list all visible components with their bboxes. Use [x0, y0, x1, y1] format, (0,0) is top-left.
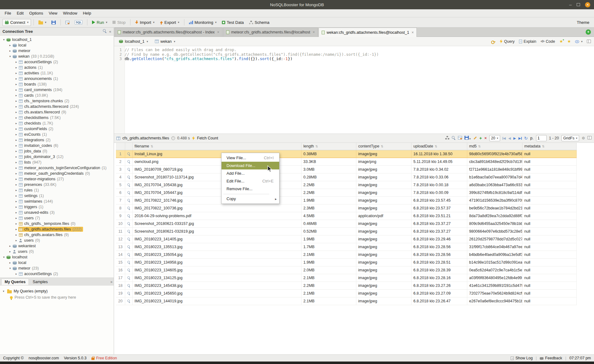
cell-length[interactable]: 1.9MB: [301, 259, 356, 266]
tree-expand-arrow[interactable]: [14, 83, 18, 86]
tree-item[interactable]: cards (10.8K): [0, 93, 114, 98]
save-results-button[interactable]: [464, 136, 471, 141]
tab-samples[interactable]: Samples: [29, 279, 51, 285]
row-preview-cell[interactable]: [125, 290, 133, 297]
cell-metadata[interactable]: null: [522, 297, 577, 305]
cell-filename[interactable]: IMG_20170822_100736.jpg: [133, 204, 301, 212]
tree-item[interactable]: cfs._tempstore.chunks (2): [0, 98, 114, 104]
import-button[interactable]: Import: [133, 19, 156, 26]
tree-item[interactable]: boards (138): [0, 81, 114, 87]
cell-filename[interactable]: IMG_20180223_144019.jpg: [133, 297, 301, 305]
row-preview-cell[interactable]: [125, 189, 133, 197]
cell-md5[interactable]: 41e61c341259b891f281c5d47f0: [467, 282, 522, 290]
tree-item[interactable]: meteor_accounts_loginServiceConfiguratio…: [0, 165, 114, 171]
tree-expand-arrow[interactable]: [8, 55, 12, 58]
cell-contentType[interactable]: image/jpeg: [356, 243, 411, 251]
cell-uploadDate[interactable]: 6.8.2018 klo 23.51.21: [411, 212, 467, 220]
tree-expand-arrow[interactable]: [14, 222, 18, 225]
cell-metadata[interactable]: null: [522, 220, 577, 228]
menu-item[interactable]: Help: [80, 9, 94, 17]
my-queries-root[interactable]: My Queries (empty): [2, 288, 112, 294]
tree-expand-arrow[interactable]: [14, 99, 18, 103]
sidebar-expand-button[interactable]: »: [110, 280, 112, 284]
cell-contentType[interactable]: application/pdf: [356, 212, 411, 220]
connect-button[interactable]: Connect: [2, 19, 31, 26]
cell-length[interactable]: 1.9MB: [301, 235, 356, 243]
table-row[interactable]: 19 IMG_20180223_145650.jpg 2.1MB image/j…: [116, 290, 577, 297]
cell-uploadDate[interactable]: 6.8.2018 klo 23.28.39: [411, 266, 467, 274]
tree-expand-arrow[interactable]: [14, 189, 18, 192]
cell-uploadDate[interactable]: 6.8.2018 klo 23.28.51: [411, 259, 467, 266]
tree-expand-arrow[interactable]: [14, 133, 18, 136]
cell-md5[interactable]: 9800664e097e6cbbd573c28e5d: [467, 228, 522, 235]
cell-filename[interactable]: IMG_20180223_134125.jpg: [133, 274, 301, 282]
cell-metadata[interactable]: null: [522, 266, 577, 274]
tree-expand-arrow[interactable]: [8, 250, 12, 253]
tree-expand-arrow[interactable]: [14, 127, 18, 130]
cell-uploadDate[interactable]: 6.8.2018 klo 23.37.27: [411, 220, 467, 228]
cell-metadata[interactable]: null: [522, 197, 577, 204]
tree-expand-arrow[interactable]: [14, 178, 18, 181]
tree-expand-arrow[interactable]: [14, 66, 18, 69]
next-page-button[interactable]: ▶: [513, 136, 516, 140]
cell-uploadDate[interactable]: 6.8.2018 klo 23.37.27: [411, 228, 467, 235]
layout-button[interactable]: [587, 40, 591, 43]
cell-md5[interactable]: b4bdb6e4faed0a909ba13e5df30: [467, 251, 522, 259]
tree-item[interactable]: actions (1): [0, 65, 114, 70]
tab-close-icon[interactable]: ×: [313, 30, 315, 34]
tree-item[interactable]: cfs.avatars.filerecord (9): [0, 109, 114, 115]
prev-page-button[interactable]: ◀: [508, 136, 511, 140]
query-button[interactable]: Query: [500, 39, 515, 44]
tree-item[interactable]: jobs_data (0): [0, 148, 114, 154]
tree-expand-arrow[interactable]: [14, 94, 18, 97]
tree-item[interactable]: unsaved-edits (3): [0, 210, 114, 215]
tree-search-button[interactable]: [103, 29, 107, 34]
cell-uploadDate[interactable]: 7.8.2018 klo 0.00.09: [411, 189, 467, 197]
cell-uploadDate[interactable]: 6.8.2018 klo 23.28.56: [411, 251, 467, 259]
tree-expand-arrow[interactable]: [14, 111, 18, 114]
table-row[interactable]: 12 IMG_20180223_141405.jpg 1.9MB image/j…: [116, 235, 577, 243]
table-row[interactable]: 18 IMG_20180223_145438.jpg 2.2MB image/j…: [116, 282, 577, 290]
tree-item[interactable]: integrations (2): [0, 137, 114, 143]
tree-item[interactable]: accountSettings (2): [0, 271, 114, 277]
cell-md5[interactable]: 0ea5c62d4a072c9e7ca4b1c5eff: [467, 266, 522, 274]
tree-item[interactable]: presences (33.6K): [0, 182, 114, 187]
cell-metadata[interactable]: null: [522, 150, 577, 158]
tree-expand-arrow[interactable]: [14, 211, 18, 214]
cell-length[interactable]: 1.9MB: [301, 197, 356, 204]
hierarchy-view-button[interactable]: [445, 136, 449, 140]
cell-length[interactable]: 2.2MB: [301, 282, 356, 290]
page-size-select[interactable]: 20: [489, 135, 500, 141]
cell-uploadDate[interactable]: 7.8.2018 klo 0.34.02: [411, 166, 467, 173]
cell-uploadDate[interactable]: 5.11.2018 klo 14.49.05: [411, 158, 467, 166]
tree-item[interactable]: cfs.attachments.filerecord (224): [0, 104, 114, 109]
cell-contentType[interactable]: image/jpeg: [356, 251, 411, 259]
cell-metadata[interactable]: null: [522, 251, 577, 259]
cell-md5[interactable]: b1e6bac0a0d7eea800790a7d47: [467, 173, 522, 181]
cell-contentType[interactable]: image/png: [356, 158, 411, 166]
table-row[interactable]: 4 Screenshot_20180710-113714.jpg 0.28MB …: [116, 173, 577, 181]
cell-metadata[interactable]: null: [522, 181, 577, 189]
last-page-button[interactable]: ▶: [518, 136, 521, 140]
cell-metadata[interactable]: null: [522, 282, 577, 290]
cell-metadata[interactable]: null: [522, 259, 577, 266]
tree-expand-arrow[interactable]: [14, 233, 18, 236]
context-menu-item[interactable]: Remove File...: [222, 185, 279, 193]
tree-expand-arrow[interactable]: [14, 200, 18, 203]
cell-uploadDate[interactable]: 6.8.2018 klo 23.27.26: [411, 282, 467, 290]
cell-metadata[interactable]: null: [522, 274, 577, 282]
tree-item[interactable]: checklists (1.7K): [0, 121, 114, 126]
editor-tab[interactable]: meteor:cfs_gridfs.attachments.files@loca…: [223, 28, 318, 37]
cell-md5[interactable]: a03f99f836480495e12fdb4e991: [467, 274, 522, 282]
cell-contentType[interactable]: image/jpeg: [356, 166, 411, 173]
feedback-button[interactable]: Feedback: [540, 356, 562, 360]
menu-item[interactable]: Options: [26, 9, 46, 17]
query-editor[interactable]: 1 // Files can be added easily with drag…: [114, 46, 594, 134]
cell-uploadDate[interactable]: 6.8.2018 klo 23.26.47: [411, 297, 467, 305]
cell-metadata[interactable]: null: [522, 212, 577, 220]
find-in-results-button[interactable]: [452, 136, 455, 141]
tree-item[interactable]: invitation_codes (6): [0, 143, 114, 148]
tree-item[interactable]: localhost: [0, 254, 114, 260]
cell-uploadDate[interactable]: 6.8.2018 klo 23.28.16: [411, 274, 467, 282]
tree-expand-arrow[interactable]: [14, 105, 18, 108]
